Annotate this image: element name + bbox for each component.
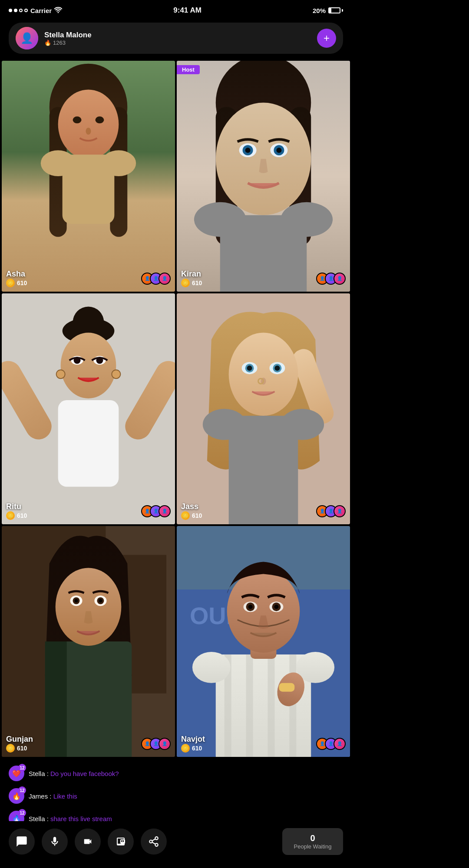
person-bg-gunjan xyxy=(2,526,175,757)
coin-value-asha: 610 xyxy=(17,279,27,286)
chat-message-2: 🔥 12 James : Like this xyxy=(9,788,343,804)
svg-point-63 xyxy=(99,599,102,602)
status-time: 9:41 AM xyxy=(173,6,201,15)
cell-name-jass: Jass xyxy=(181,502,202,511)
cell-info-asha: Asha 🪙 610 xyxy=(6,270,27,287)
host-score-value: 1263 xyxy=(53,39,66,46)
svg-point-77 xyxy=(227,569,300,653)
cell-coins-gunjan: 🪙 610 xyxy=(6,744,33,753)
cell-info-ritu: Ritu 🪙 610 xyxy=(6,502,27,520)
svg-point-80 xyxy=(248,605,253,609)
video-grid: Asha 🪙 610 👤 👤 👤 xyxy=(2,61,350,757)
mini-avatar-3j: 👤 xyxy=(334,505,346,517)
person-bg-jass xyxy=(177,293,350,524)
svg-point-23 xyxy=(194,202,246,237)
status-left: Carrier xyxy=(9,7,62,14)
mic-button[interactable] xyxy=(42,829,68,855)
signal-dot-4 xyxy=(24,9,28,12)
mini-avatar-3k: 👤 xyxy=(334,273,346,285)
signal-dot-2 xyxy=(14,9,17,12)
svg-point-46 xyxy=(274,365,280,371)
svg-point-72 xyxy=(192,652,231,683)
person-bg-kiran xyxy=(177,61,350,292)
svg-line-94 xyxy=(152,839,155,841)
signal-dot-3 xyxy=(19,9,23,12)
avatar-stack-jass: 👤 👤 👤 xyxy=(316,505,346,517)
badge-num-1: 12 xyxy=(18,764,26,772)
coin-icon-ritu: 🪙 xyxy=(6,511,15,520)
chat-content-2: Like this xyxy=(53,792,77,800)
cell-name-asha: Asha xyxy=(6,270,27,279)
video-cell-jass[interactable]: Jass 🪙 610 👤 👤 👤 xyxy=(177,293,350,524)
svg-point-83 xyxy=(274,605,278,609)
cell-bottom-asha: Asha 🪙 610 👤 👤 👤 xyxy=(6,270,171,287)
svg-point-18 xyxy=(245,148,251,153)
coin-icon: 🪙 xyxy=(6,279,15,287)
status-bar: Carrier 9:41 AM 20% xyxy=(0,0,352,18)
battery-percent: 20% xyxy=(313,7,326,14)
chat-sender-1: Stella : xyxy=(29,770,50,777)
carrier-label: Carrier xyxy=(30,7,52,14)
svg-point-5 xyxy=(73,116,82,123)
person-bg-asha xyxy=(2,61,175,292)
svg-point-51 xyxy=(281,409,324,440)
coin-value-kiran: 610 xyxy=(192,279,202,286)
cell-name-navjot: Navjot xyxy=(181,735,205,744)
avatar-stack-asha: 👤 👤 👤 xyxy=(141,273,171,285)
svg-point-24 xyxy=(281,202,333,237)
wifi-icon xyxy=(54,7,62,14)
bottom-bar: 0 People Waiting xyxy=(0,821,352,868)
coin-value-jass: 610 xyxy=(192,512,202,519)
host-avatar: 👤 xyxy=(16,27,38,49)
signal-dot-1 xyxy=(9,9,12,12)
people-waiting-label: People Waiting xyxy=(291,843,334,850)
svg-point-60 xyxy=(75,599,78,602)
mini-avatar-3g: 👤 xyxy=(159,738,171,750)
svg-point-50 xyxy=(203,409,246,440)
coin-value-gunjan: 610 xyxy=(17,745,27,752)
avatar-stack-kiran: 👤 👤 👤 xyxy=(316,273,346,285)
wallet-button[interactable] xyxy=(108,829,134,855)
cell-coins-navjot: 🪙 610 xyxy=(181,744,205,753)
cell-bottom-ritu: Ritu 🪙 610 👤 👤 👤 xyxy=(6,502,171,520)
coin-icon-kiran: 🪙 xyxy=(181,279,190,287)
bottom-actions xyxy=(9,829,282,855)
video-button[interactable] xyxy=(75,829,101,855)
svg-point-4 xyxy=(58,90,119,159)
svg-point-89 xyxy=(122,841,123,842)
coin-icon-gunjan: 🪙 xyxy=(6,744,15,753)
svg-point-40 xyxy=(229,332,298,416)
chat-content-1: Do you have facebook? xyxy=(50,770,119,777)
chat-button[interactable] xyxy=(9,829,35,855)
video-cell-asha[interactable]: Asha 🪙 610 👤 👤 👤 xyxy=(2,61,175,292)
svg-point-33 xyxy=(112,370,120,378)
coin-icon-jass: 🪙 xyxy=(181,511,190,520)
people-waiting-count: 0 xyxy=(291,833,334,843)
svg-point-31 xyxy=(61,332,116,398)
signal-icon xyxy=(9,9,28,12)
avatar-stack-navjot: 👤 👤 👤 xyxy=(316,738,346,750)
cell-bottom-gunjan: Gunjan 🪙 610 👤 👤 👤 xyxy=(6,735,171,753)
cell-coins-ritu: 🪙 610 xyxy=(6,511,27,520)
avatar-stack-ritu: 👤 👤 👤 xyxy=(141,505,171,517)
mini-avatar-3: 👤 xyxy=(159,273,171,285)
video-cell-navjot[interactable]: OURANC xyxy=(177,526,350,757)
person-bg-ritu xyxy=(2,293,175,524)
people-waiting[interactable]: 0 People Waiting xyxy=(282,828,343,855)
svg-point-7 xyxy=(86,128,91,135)
video-cell-gunjan[interactable]: Gunjan 🪙 610 👤 👤 👤 xyxy=(2,526,175,757)
svg-line-93 xyxy=(152,842,155,844)
add-host-button[interactable]: + xyxy=(317,29,336,48)
host-score: 🔥 1263 xyxy=(44,39,311,46)
chat-sender-2: James : xyxy=(29,792,53,800)
svg-point-10 xyxy=(101,150,136,176)
video-cell-ritu[interactable]: Ritu 🪙 610 👤 👤 👤 xyxy=(2,293,175,524)
svg-point-43 xyxy=(247,365,252,371)
share-bottom-button[interactable] xyxy=(141,829,167,855)
cell-coins-jass: 🪙 610 xyxy=(181,511,202,520)
host-profile-bar: 👤 Stella Malone 🔥 1263 + xyxy=(9,23,343,54)
avatar-stack-gunjan: 👤 👤 👤 xyxy=(141,738,171,750)
svg-point-6 xyxy=(95,116,104,123)
status-right: 20% xyxy=(313,7,343,14)
video-cell-kiran[interactable]: Host Kiran 🪙 610 👤 👤 👤 xyxy=(177,61,350,292)
